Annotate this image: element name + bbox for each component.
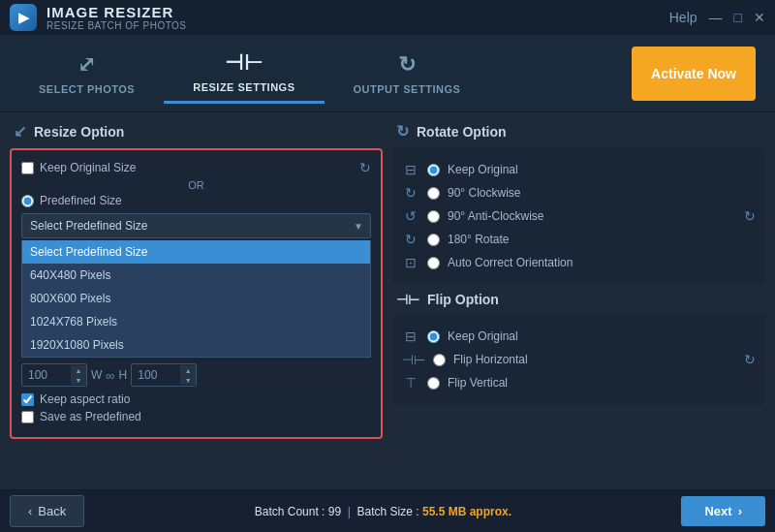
rotate-panel-icon: ↻	[396, 122, 409, 141]
title-text: IMAGE RESIZER RESIZE BATCH OF PHOTOS	[46, 4, 187, 31]
rotate-cw-label: 90° Clockwise	[448, 186, 521, 200]
dropdown-list-item-4[interactable]: 1920X1080 Pixels	[22, 333, 370, 357]
flip-option-1: ⊣⊢ Flip Horizontal	[402, 348, 744, 371]
keep-aspect-row: Keep aspect ratio	[21, 392, 371, 406]
flip-panel-title: ⊣⊢ Flip Option	[392, 292, 765, 307]
rotate-180-icon: ↻	[402, 232, 419, 247]
rotate-ccw-radio[interactable]	[427, 210, 440, 223]
rotate-keep-label: Keep Original	[448, 163, 518, 176]
rotate-ccw-icon: ↺	[402, 208, 419, 224]
dropdown-list-item-0[interactable]: Select Predefined Size	[22, 240, 370, 264]
predefined-radio[interactable]	[21, 195, 34, 207]
flip-horizontal-radio[interactable]	[433, 354, 446, 366]
resize-settings-icon: ⊣⊢	[225, 50, 263, 76]
predefined-size-select[interactable]: Select Predefined Size 640X480 Pixels 80…	[21, 213, 371, 238]
flip-reset-icon[interactable]: ↻	[744, 352, 756, 367]
predefined-dropdown-wrapper: Select Predefined Size 640X480 Pixels 80…	[21, 213, 371, 238]
back-chevron-icon: ‹	[28, 504, 32, 518]
height-input[interactable]	[132, 364, 180, 386]
save-predefined-row: Save as Predefined	[21, 410, 371, 423]
flip-keep-radio[interactable]	[427, 330, 440, 343]
dropdown-list-item-2[interactable]: 800X600 Pixels	[22, 287, 370, 310]
close-button[interactable]: ✕	[754, 10, 765, 25]
rotate-option-4: ⊡ Auto Correct Orientation	[402, 251, 744, 274]
rotate-option-2: ↺ 90° Anti-Clockwise	[402, 204, 744, 228]
flip-box: ⊟ Keep Original ⊣⊢ Flip Horizontal ⊤ Fli…	[392, 315, 765, 404]
keep-original-row: Keep Original Size ↻	[21, 160, 371, 175]
batch-count-label: Batch Count :	[255, 505, 326, 518]
flip-vertical-icon: ⊤	[402, 375, 419, 391]
height-down-button[interactable]: ▼	[180, 375, 196, 385]
rotate-auto-icon: ⊡	[402, 255, 419, 270]
save-predefined-checkbox[interactable]	[21, 411, 34, 423]
predefined-label: Predefined Size	[40, 194, 122, 207]
keep-original-checkbox[interactable]	[21, 162, 34, 174]
right-panel: ↻ Rotate Option ⊟ Keep Original ↻ 90° Cl…	[392, 122, 765, 480]
rotate-box: ⊟ Keep Original ↻ 90° Clockwise ↺ 90° An…	[392, 148, 765, 284]
batch-size-value: 55.5 MB approx.	[422, 505, 512, 518]
rotate-header: ⊟ Keep Original ↻ 90° Clockwise ↺ 90° An…	[402, 158, 756, 274]
tab-resize-settings[interactable]: ⊣⊢ RESIZE SETTINGS	[164, 43, 324, 104]
tab-resize-settings-label: RESIZE SETTINGS	[193, 81, 294, 93]
flip-keep-label: Keep Original	[448, 329, 518, 343]
width-up-button[interactable]: ▲	[71, 365, 86, 375]
batch-size-label: Batch Size :	[357, 505, 419, 518]
keep-original-label: Keep Original Size	[40, 161, 136, 174]
reset-icon[interactable]: ↻	[359, 160, 371, 175]
resize-panel-icon: ↙	[14, 122, 26, 141]
nav-tabs: ⤢ SELECT PHOTOS ⊣⊢ RESIZE SETTINGS ↻ OUT…	[0, 35, 775, 112]
activate-now-button[interactable]: Activate Now	[632, 47, 756, 101]
app-name: IMAGE RESIZER	[46, 4, 187, 20]
resize-box: Keep Original Size ↻ OR Predefined Size …	[10, 148, 383, 439]
dropdown-list-item-3[interactable]: 1024X768 Pixels	[22, 310, 370, 333]
width-input[interactable]	[22, 364, 71, 386]
batch-info: Batch Count : 99 | Batch Size : 55.5 MB …	[255, 505, 512, 518]
help-button[interactable]: Help	[669, 10, 698, 25]
dropdown-list: Select Predefined Size 640X480 Pixels 80…	[21, 240, 371, 358]
maximize-button[interactable]: □	[734, 10, 742, 25]
next-button[interactable]: Next ›	[681, 496, 765, 526]
main-content: ↙ Resize Option Keep Original Size ↻ OR …	[0, 112, 775, 489]
tab-output-settings-label: OUTPUT SETTINGS	[354, 83, 461, 95]
next-label: Next	[704, 504, 731, 518]
next-chevron-icon: ›	[738, 504, 742, 518]
width-label: W	[91, 368, 102, 382]
flip-panel-icon: ⊣⊢	[396, 292, 419, 307]
flip-option-2: ⊤ Flip Vertical	[402, 371, 744, 394]
output-settings-icon: ↻	[398, 52, 417, 78]
rotate-180-label: 180° Rotate	[448, 233, 510, 246]
width-down-button[interactable]: ▼	[71, 375, 86, 385]
back-button[interactable]: ‹ Back	[10, 495, 84, 527]
rotate-option-0: ⊟ Keep Original	[402, 158, 744, 181]
rotate-option-3: ↻ 180° Rotate	[402, 228, 744, 251]
back-label: Back	[38, 504, 66, 518]
minimize-button[interactable]: —	[709, 10, 723, 25]
title-controls: Help — □ ✕	[669, 10, 765, 25]
rotate-auto-radio[interactable]	[427, 257, 440, 269]
resize-panel-title: ↙ Resize Option	[10, 122, 383, 141]
bottom-bar: ‹ Back Batch Count : 99 | Batch Size : 5…	[0, 489, 775, 532]
save-predefined-label: Save as Predefined	[40, 410, 141, 423]
or-label: OR	[21, 179, 371, 191]
rotate-cw-icon: ↻	[402, 185, 419, 201]
link-icon: ∞	[106, 368, 114, 383]
dropdown-list-item-1[interactable]: 640X480 Pixels	[22, 264, 370, 287]
rotate-option-1: ↻ 90° Clockwise	[402, 181, 744, 204]
flip-horizontal-icon: ⊣⊢	[402, 352, 425, 367]
flip-keep-icon: ⊟	[402, 329, 419, 344]
keep-aspect-checkbox[interactable]	[21, 393, 34, 406]
height-input-wrap: ▲ ▼	[131, 363, 197, 387]
flip-vertical-radio[interactable]	[427, 377, 440, 390]
tab-select-photos[interactable]: ⤢ SELECT PHOTOS	[10, 45, 164, 103]
tab-select-photos-label: SELECT PHOTOS	[39, 83, 135, 95]
rotate-reset-icon[interactable]: ↻	[744, 208, 756, 224]
height-label: H	[119, 368, 128, 382]
rotate-panel-title: ↻ Rotate Option	[392, 122, 765, 141]
height-spinner: ▲ ▼	[180, 365, 196, 385]
rotate-keep-radio[interactable]	[427, 164, 440, 176]
height-up-button[interactable]: ▲	[180, 365, 196, 375]
tab-output-settings[interactable]: ↻ OUTPUT SETTINGS	[325, 45, 490, 103]
rotate-180-radio[interactable]	[427, 234, 440, 246]
rotate-cw-radio[interactable]	[427, 187, 440, 200]
app-icon: ▶	[10, 4, 37, 31]
